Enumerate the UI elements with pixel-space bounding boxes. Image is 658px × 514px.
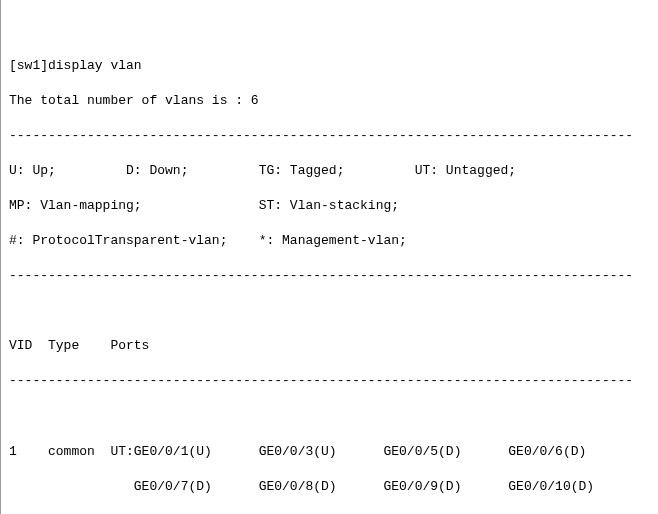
table-header: VID Type Ports bbox=[9, 337, 650, 355]
legend-line-2: MP: Vlan-mapping; ST: Vlan-stacking; bbox=[9, 197, 650, 215]
blank-line bbox=[9, 302, 650, 320]
table-row: 1 common UT:GE0/0/1(U) GE0/0/3(U) GE0/0/… bbox=[9, 443, 650, 461]
blank-line bbox=[9, 408, 650, 426]
divider: ----------------------------------------… bbox=[9, 127, 650, 145]
legend-line-1: U: Up; D: Down; TG: Tagged; UT: Untagged… bbox=[9, 162, 650, 180]
table-row: GE0/0/7(D) GE0/0/8(D) GE0/0/9(D) GE0/0/1… bbox=[9, 478, 650, 496]
divider: ----------------------------------------… bbox=[9, 372, 650, 390]
legend-line-3: #: ProtocolTransparent-vlan; *: Manageme… bbox=[9, 232, 650, 250]
command-prompt: [sw1]display vlan bbox=[9, 57, 650, 75]
divider: ----------------------------------------… bbox=[9, 267, 650, 285]
vlan-count-summary: The total number of vlans is : 6 bbox=[9, 92, 650, 110]
